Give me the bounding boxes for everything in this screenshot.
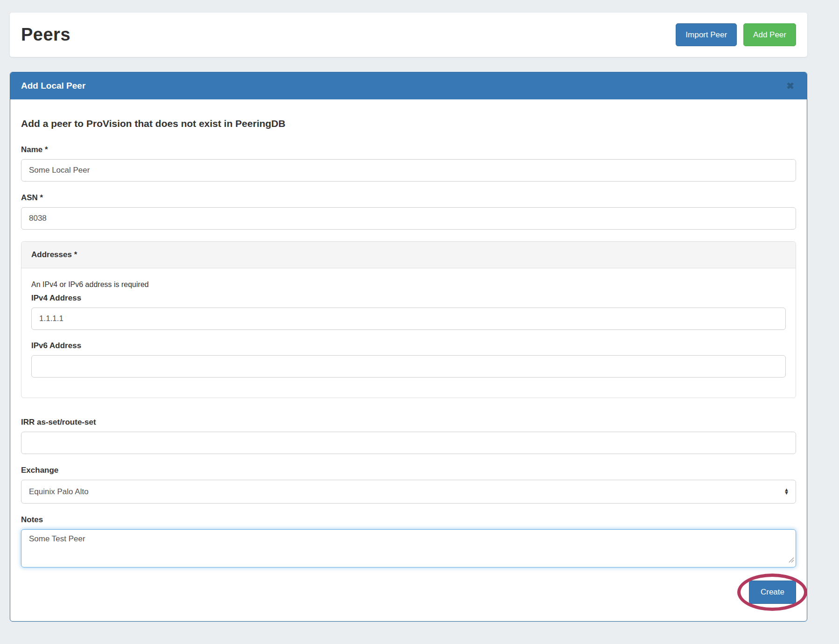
page-header: Peers Import Peer Add Peer bbox=[10, 13, 807, 57]
asn-input[interactable] bbox=[21, 207, 796, 230]
page-title: Peers bbox=[21, 25, 70, 45]
notes-field-group: Notes Some Test Peer bbox=[21, 515, 796, 567]
panel-footer: Create bbox=[21, 581, 796, 610]
form-heading: Add a peer to ProVision that does not ex… bbox=[21, 118, 796, 129]
page-container: Peers Import Peer Add Peer Add Local Pee… bbox=[10, 0, 807, 622]
import-peer-button[interactable]: Import Peer bbox=[676, 23, 737, 47]
panel-heading: Add Local Peer ✖ bbox=[10, 72, 807, 99]
addresses-legend: Addresses * bbox=[21, 242, 796, 268]
create-button-wrap: Create bbox=[749, 581, 796, 604]
create-button[interactable]: Create bbox=[749, 581, 796, 604]
ipv6-input[interactable] bbox=[31, 355, 786, 378]
asn-label: ASN * bbox=[21, 193, 796, 203]
addresses-help-text: An IPv4 or IPv6 address is required bbox=[31, 280, 786, 289]
irr-input[interactable] bbox=[21, 432, 796, 454]
exchange-field-group: Exchange Equinix Palo Alto ▲ ▼ bbox=[21, 466, 796, 504]
irr-field-group: IRR as-set/route-set bbox=[21, 418, 796, 454]
add-local-peer-panel: Add Local Peer ✖ Add a peer to ProVision… bbox=[10, 72, 807, 622]
notes-label: Notes bbox=[21, 515, 796, 525]
close-icon[interactable]: ✖ bbox=[784, 80, 796, 91]
exchange-select[interactable]: Equinix Palo Alto ▲ ▼ bbox=[21, 480, 796, 504]
ipv6-label: IPv6 Address bbox=[31, 341, 786, 350]
name-input[interactable] bbox=[21, 159, 796, 182]
ipv4-field-group: IPv4 Address bbox=[31, 294, 786, 330]
notes-textarea[interactable]: Some Test Peer bbox=[21, 529, 796, 567]
ipv6-field-group: IPv6 Address bbox=[31, 341, 786, 378]
panel-title: Add Local Peer bbox=[21, 81, 85, 91]
asn-field-group: ASN * bbox=[21, 193, 796, 230]
exchange-selected-value: Equinix Palo Alto bbox=[29, 487, 89, 497]
select-stepper-icon: ▲ ▼ bbox=[784, 488, 789, 496]
addresses-fieldset: Addresses * An IPv4 or IPv6 address is r… bbox=[21, 241, 796, 398]
irr-label: IRR as-set/route-set bbox=[21, 418, 796, 427]
addresses-body: An IPv4 or IPv6 address is required IPv4… bbox=[21, 268, 796, 398]
header-actions: Import Peer Add Peer bbox=[676, 23, 796, 47]
panel-body: Add a peer to ProVision that does not ex… bbox=[10, 99, 807, 621]
notes-textarea-wrap: Some Test Peer bbox=[21, 529, 796, 567]
ipv4-label: IPv4 Address bbox=[31, 294, 786, 303]
ipv4-input[interactable] bbox=[31, 308, 786, 330]
exchange-label: Exchange bbox=[21, 466, 796, 475]
add-peer-button[interactable]: Add Peer bbox=[743, 23, 796, 47]
name-label: Name * bbox=[21, 145, 796, 154]
name-field-group: Name * bbox=[21, 145, 796, 182]
